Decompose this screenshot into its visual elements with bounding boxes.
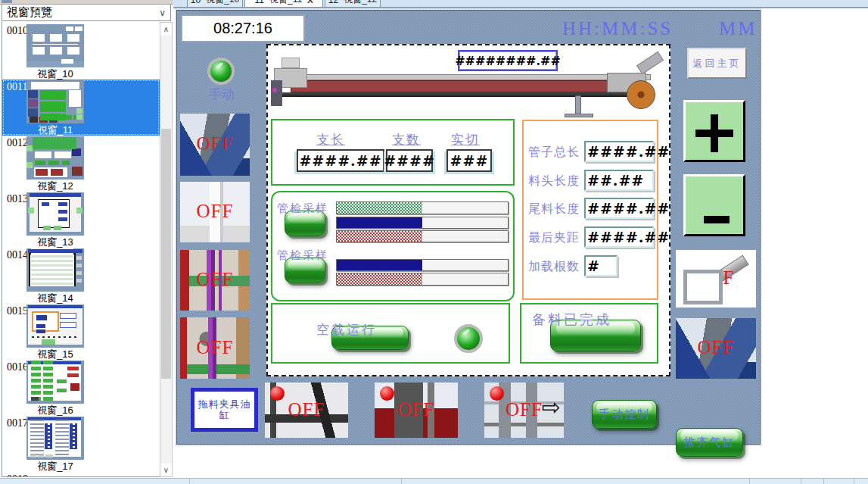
cut-actual-field[interactable]: ###	[446, 149, 492, 172]
machine-image-arms[interactable]: OFF	[265, 383, 348, 438]
pipe-params-panel: 管子总长 ####.## 料头长度 ##.## 尾料长度 ####.## 最后夹…	[522, 120, 658, 300]
cut-length-field[interactable]: ####.##	[297, 149, 384, 172]
manual-control-button[interactable]: 手动控制	[592, 400, 657, 429]
machine-image-pipes-2[interactable]: OFF	[180, 317, 250, 379]
param-value-field[interactable]: ####.##	[584, 141, 654, 162]
window-thumbnail	[26, 136, 84, 180]
machine-length-field[interactable]: ########.##	[458, 50, 558, 71]
param-row: 尾料长度 ####.##	[524, 198, 657, 220]
param-value-field[interactable]: ##.##	[584, 170, 654, 191]
tab-window-12[interactable]: 12視窗_12	[325, 0, 381, 8]
clamp-cylinder-label: 拖料夹具油缸	[193, 390, 256, 429]
off-label: OFF	[180, 269, 250, 290]
clamp-cylinder-box[interactable]: 拖料夹具油缸	[191, 388, 258, 432]
sidebar-scrollbar[interactable]: ∧ ∨	[160, 22, 173, 477]
window-id: 0014	[7, 249, 28, 261]
off-label: OFF	[676, 337, 756, 358]
window-list-item-0016[interactable]: 0016視窗_16	[2, 360, 160, 416]
window-id: 0017	[7, 417, 28, 429]
machine-image-loader-left[interactable]: OFF	[180, 114, 250, 176]
scrollbar-thumb[interactable]	[161, 129, 171, 379]
sampling-button-label: 管检采样	[277, 248, 328, 263]
param-label: 料头长度	[528, 173, 580, 189]
window-id: 0010	[7, 25, 28, 37]
idle-run-label: 空载运行	[316, 321, 377, 339]
machine-diagram: ########.##	[269, 47, 669, 118]
window-list-item-0011[interactable]: 0011視窗_11	[2, 80, 160, 136]
machine-image-tower[interactable]: OFF	[180, 182, 250, 242]
design-canvas: 08:27:16 HH:MM:SS MM 手动 OFF OFF OFF OFF	[176, 10, 761, 445]
manual-mode-light	[207, 58, 235, 85]
status-bar	[0, 478, 868, 484]
off-label: OFF	[180, 133, 250, 155]
cut-count-label: 支数	[392, 131, 421, 148]
off-label: OFF	[180, 201, 250, 222]
progress-bar-green	[336, 201, 509, 214]
window-list-item-0015[interactable]: 0015視窗_15	[2, 304, 160, 360]
scroll-down-button[interactable]: ∨	[160, 464, 172, 476]
idle-run-panel: 空载运行	[271, 303, 510, 364]
param-label: 尾料长度	[528, 201, 580, 217]
machine-image-cylinder[interactable]: OFF	[676, 250, 756, 308]
window-list-item-0012[interactable]: 0012視窗_12	[2, 136, 160, 192]
window-thumbnail	[26, 24, 84, 67]
chevron-down-icon[interactable]: ∨	[159, 8, 166, 18]
window-id: 0013	[7, 193, 28, 205]
machine-image-saw[interactable]: OFF	[375, 383, 458, 438]
tab-window-10[interactable]: 10視窗_10	[187, 0, 243, 8]
off-label: OFF	[676, 267, 756, 289]
minute-format-label: MM	[719, 18, 757, 39]
tab-bar: 10視窗_10 11視窗_11 X 12視窗_12	[173, 0, 868, 8]
window-preview-header[interactable]: 視窗預覽 ∨	[2, 4, 171, 21]
window-list-item-0018[interactable]: 0018	[2, 472, 160, 477]
param-row: 最后夹距 ####.##	[524, 226, 657, 249]
sampling-button-label: 管检采样	[277, 201, 328, 216]
window-thumbnail	[26, 361, 84, 404]
plus-button[interactable]	[683, 100, 745, 162]
progress-bar-red-2	[336, 273, 509, 286]
sampling-panel: 管检采样 管检采样	[271, 191, 515, 301]
cut-count-field[interactable]: ####	[386, 149, 433, 172]
saw-blade-icon	[627, 80, 655, 109]
param-row: 料头长度 ##.##	[524, 170, 657, 192]
progress-bar-navy-2	[336, 259, 509, 271]
clock-display: 08:27:16	[181, 14, 305, 42]
machine-image-pipes-1[interactable]: OFF	[180, 250, 250, 311]
window-id: 0018	[7, 473, 28, 477]
window-list-item-0013[interactable]: 0013視窗_13	[2, 192, 160, 248]
right-arrow-icon: ⇨	[542, 396, 561, 419]
window-id: 0015	[7, 305, 28, 317]
prep-done-label: 备料已完成	[532, 311, 611, 329]
tab-window-11[interactable]: 11視窗_11 X	[244, 0, 323, 8]
machine-image-pusher[interactable]: OFF ⇨	[484, 383, 564, 438]
window-id: 0011	[7, 81, 27, 93]
param-row: 加载根数 #	[524, 255, 657, 278]
window-thumbnail	[26, 248, 84, 292]
param-value-field[interactable]: ####.##	[584, 226, 654, 248]
scroll-up-button[interactable]: ∧	[160, 23, 172, 36]
window-id: 0016	[7, 361, 28, 373]
param-label: 最后夹距	[528, 230, 580, 246]
param-value-field[interactable]: #	[584, 255, 618, 276]
home-button[interactable]: 返回主页	[687, 48, 747, 79]
manual-mode-label: 手动	[204, 86, 239, 103]
window-list-item-0017[interactable]: 0017視窗_17	[2, 416, 160, 472]
cut-actual-label: 实切	[451, 131, 480, 148]
param-label: 加载根数	[528, 259, 580, 275]
window-thumbnail	[26, 417, 84, 460]
window-list-item-0014[interactable]: 0014視窗_14	[2, 248, 160, 304]
window-thumbnail	[26, 192, 84, 236]
cut-info-panel: 支长 支数 实切 ####.## #### ###	[271, 119, 515, 186]
param-value-field[interactable]: ####.##	[584, 198, 654, 219]
main-white-panel: ########.## 支长 支数 实切 ####.## #### ### 管子…	[266, 44, 670, 376]
time-format-label: HH:MM:SS	[562, 18, 673, 39]
push-cylinder-button[interactable]: 推齐气缸	[676, 428, 743, 457]
conveyor-belt	[291, 80, 630, 92]
machine-image-loader-right[interactable]: OFF	[676, 318, 756, 379]
cut-length-label: 支长	[316, 131, 345, 148]
window-list-item-0010[interactable]: 0010視窗_10	[2, 23, 160, 80]
tab-close-icon[interactable]: X	[307, 0, 313, 5]
minus-button[interactable]	[683, 174, 745, 236]
off-label: OFF	[180, 337, 250, 358]
prep-done-panel: 备料已完成	[520, 303, 658, 364]
